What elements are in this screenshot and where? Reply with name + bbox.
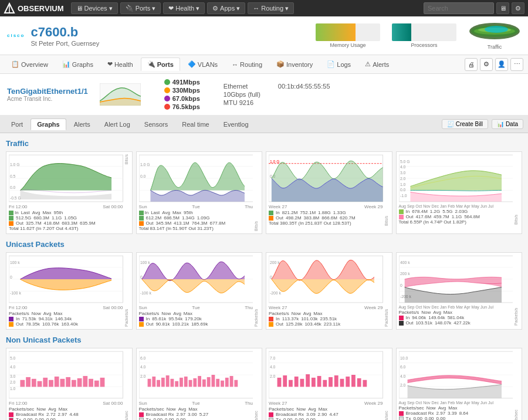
tab-ports[interactable]: 🔌 Ports [141,57,180,71]
device-location: St Peter Port, Guernsey [31,40,99,47]
info-col-2: 00:1b:d4:55:55:55 [278,83,330,106]
svg-rect-100 [180,378,183,387]
stat-3: 67.0kbps [164,95,200,102]
nav-apps-btn[interactable]: ⚙ Apps ▾ [207,2,245,14]
svg-text:4.0: 4.0 [10,365,16,369]
svg-rect-77 [49,380,53,387]
tab-alerts[interactable]: ⚠ Alerts [358,57,395,71]
svg-rect-131 [346,377,350,387]
page-tab-eventlog[interactable]: Eventlog [217,118,255,130]
overview-icon: 📋 [11,60,19,68]
device-name[interactable]: c7600.b [31,25,99,40]
unicast-svg-3: 200 k 0 -200 k [269,255,383,303]
svg-text:4.0: 4.0 [400,165,405,169]
tab-overview[interactable]: 📋 Overview [5,57,55,71]
nav-devices-btn[interactable]: 🖥 Devices ▾ [71,2,118,14]
main-content: Traffic 1.0 G 0.5 0.0 -0.5 G [0,133,528,420]
tab-routing[interactable]: ↔ Routing [225,58,269,71]
more-btn[interactable]: ⋯ [510,58,523,71]
page-tab-alerts[interactable]: Alerts [67,118,97,130]
tab-logs[interactable]: 📄 Logs [320,57,357,71]
ethernet-type: Ethernet [224,83,260,90]
monitor-icon-btn[interactable]: 🖥 [496,2,509,14]
nonunicast-chart-2: 6.0 4.0 2.0 [136,348,263,420]
stat-out-val: 330Mbps [172,87,200,94]
nonuni-3-y-label: Packets/sec [383,351,390,420]
svg-text:3.0: 3.0 [400,171,405,175]
print-btn[interactable]: 🖨 [465,58,478,71]
nav-ports-btn[interactable]: 🔌 Ports ▾ [120,2,161,14]
svg-rect-130 [340,379,344,387]
page-tab-port[interactable]: Port [5,118,29,130]
traffic-svg-4: 5.0 G 4.0 3.0 2.0 1.0 0.0 -1.0 [399,154,513,202]
stat-4: 76.5kbps [164,103,200,110]
nonuni-4-y-label: Packets/sec [513,351,519,420]
device-info: c7600.b St Peter Port, Guernsey [31,25,99,47]
nav-health-btn[interactable]: ❤ Health ▾ [163,2,205,14]
settings-icon-btn[interactable]: ⚙ [512,2,524,14]
svg-rect-106 [207,377,210,387]
svg-rect-110 [225,378,228,387]
page-tab-alert-log[interactable]: Alert Log [98,118,137,130]
tab-vlans[interactable]: 🔷 VLANs [181,57,224,71]
search-input[interactable] [424,2,494,14]
settings-btn[interactable]: ⚙ [480,58,493,71]
svg-text:1.0 G: 1.0 G [10,162,20,167]
svg-rect-133 [357,378,361,387]
devices-icon: 🖥 [76,5,83,12]
interface-mini-graph [100,83,141,106]
tab-inventory[interactable]: 📦 Inventory [270,57,319,71]
interface-info: Ethernet 10Gbps (full) MTU 9216 00:1b:d4… [224,83,330,106]
svg-text:0.0: 0.0 [400,188,405,192]
uni-2-y-label: Packets/s [253,255,259,327]
nav-routing-btn[interactable]: ↔ Routing ▾ [248,2,294,14]
page-tab-sensors[interactable]: Sensors [138,118,174,130]
svg-rect-81 [72,380,76,387]
svg-rect-122 [295,377,299,387]
tab-graphs[interactable]: 📊 Graphs [56,57,100,71]
svg-rect-108 [216,379,219,387]
unicast-chart-3: 200 k 0 -200 k Week 27 Week 29 [266,252,392,330]
svg-rect-107 [211,375,215,387]
traffic-mini-chart: Traffic [468,21,521,50]
data-btn[interactable]: 📊 Data [492,119,523,129]
svg-rect-103 [193,378,197,387]
svg-text:200 k: 200 k [270,260,280,265]
traffic-section-title: Traffic [6,139,522,148]
svg-text:1.0 G: 1.0 G [270,160,280,164]
create-bill-btn[interactable]: 🧾 Create Bill [442,119,488,129]
svg-text:6.0: 6.0 [400,365,405,369]
app-logo[interactable]: OBSERVIUM [4,2,64,14]
sub-nav: 📋 Overview 📊 Graphs ❤ Health 🔌 Ports 🔷 V… [0,55,528,74]
traffic-2-x-labels: Sun Tue Thu [139,204,253,209]
svg-rect-80 [66,377,70,387]
page-tab-graphs[interactable]: Graphs [31,118,66,130]
svg-text:0.5: 0.5 [10,174,16,178]
svg-text:2.0: 2.0 [400,383,405,387]
user-btn[interactable]: 👤 [495,58,508,71]
svg-text:1.0 G: 1.0 G [140,162,150,167]
memory-usage-chart: Memory Usage [316,23,380,48]
svg-text:2.0: 2.0 [400,177,405,181]
svg-rect-84 [89,379,93,387]
svg-rect-126 [317,376,321,387]
svg-text:200 k: 200 k [400,272,409,276]
routing-icon: ↔ [253,5,259,12]
interface-header: TenGigabitEthernet1/1 Acme Transit Inc. … [0,74,528,116]
interface-name[interactable]: TenGigabitEthernet1/1 [7,87,88,96]
svg-rect-95 [157,380,160,387]
traffic-3-legend: In 821.2M 752.1M 1.88G 1.33G Out 498.2M … [269,210,383,226]
traffic-chart-2: 1.0 G 0.0 Sun Tue Thu [136,151,263,234]
app-name: OBSERVIUM [18,4,64,13]
traffic-4-x-labels: Aug Sep Oct Nov Dec Jan Feb Mar Apr May … [399,204,513,208]
svg-rect-83 [83,376,87,387]
stat-out: 330Mbps [164,87,200,94]
processor-bar-fill [392,23,411,41]
stat-in: 491Mbps [164,79,200,86]
traffic-svg-2: 1.0 G 0.0 [139,154,253,202]
nonunicast-svg-3: 7.0 4.0 2.0 [269,351,383,399]
page-tab-realtime[interactable]: Real time [175,118,215,130]
tab-health[interactable]: ❤ Health [101,57,140,71]
svg-rect-109 [221,381,224,387]
svg-rect-93 [147,379,151,387]
